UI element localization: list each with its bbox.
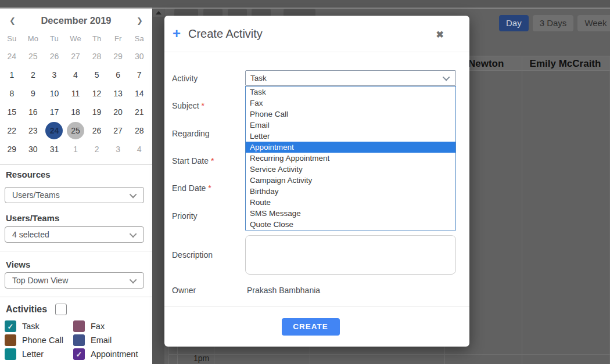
check-icon: ✓ [8, 323, 14, 330]
weekday-label: Sa [128, 33, 150, 45]
letter-checkbox[interactable] [5, 348, 16, 360]
fax-checkbox[interactable] [73, 320, 85, 332]
activity-option[interactable]: Appointment [246, 142, 455, 153]
calendar-day[interactable]: 4 [65, 66, 87, 84]
view-button-week[interactable]: Week [577, 15, 610, 31]
create-button[interactable]: CREATE [282, 318, 340, 336]
calendar-day[interactable]: 30 [23, 140, 44, 158]
calendar-day[interactable]: 27 [65, 47, 87, 66]
calendar-day[interactable]: 3 [44, 66, 65, 84]
field-label-owner: Owner [172, 286, 196, 295]
field-label-activity: Activity [172, 74, 198, 83]
calendar-day[interactable]: 8 [1, 84, 23, 103]
phone-call-checkbox[interactable] [5, 334, 16, 346]
views-select[interactable]: Top Down View [5, 272, 144, 289]
field-label-description: Description [172, 250, 213, 260]
resources-select[interactable]: Users/Teams [5, 187, 144, 203]
activity-option[interactable]: Service Activity [246, 164, 455, 175]
calendar-day[interactable]: 28 [128, 121, 150, 140]
calendar-day[interactable]: 3 [107, 140, 129, 158]
activity-option[interactable]: Birthday [246, 186, 455, 197]
calendar-day[interactable]: 23 [23, 121, 44, 140]
calendar-day[interactable]: 21 [128, 103, 150, 121]
users-teams-select[interactable]: 4 selected [5, 226, 144, 243]
calendar-day[interactable]: 6 [107, 66, 129, 84]
calendar-day[interactable]: 13 [107, 84, 129, 103]
calendar-day[interactable]: 29 [107, 47, 129, 66]
activity-option[interactable]: SMS Message [246, 208, 455, 219]
calendar-day[interactable]: 7 [128, 66, 150, 84]
calendar-day[interactable]: 10 [44, 84, 65, 103]
legend-label: Task [22, 322, 40, 331]
views-label: Views [6, 260, 30, 269]
calendar-day[interactable]: 4 [128, 140, 150, 158]
resource-column-header: Emily McCraith [522, 58, 609, 70]
legend-label: Phone Call [22, 336, 63, 345]
calendar-day[interactable]: 12 [86, 84, 107, 103]
calendar-day[interactable]: 1 [65, 140, 87, 158]
calendar-day[interactable]: 15 [1, 103, 23, 121]
calendar-day[interactable]: 29 [1, 140, 23, 158]
resources-select-value: Users/Teams [12, 190, 60, 200]
activity-option[interactable]: Quote Close [246, 219, 455, 230]
calendar-day[interactable]: 25 [65, 121, 87, 140]
modal-title: Create Activity [188, 27, 263, 41]
mini-calendar-grid: 2425262728293012345678910111213141516171… [1, 47, 150, 158]
activity-type-value: Task [250, 74, 267, 82]
calendar-day[interactable]: 30 [128, 47, 150, 66]
view-button-3-days[interactable]: 3 Days [533, 15, 574, 31]
email-checkbox[interactable] [73, 334, 85, 346]
scrollbar[interactable] [152, 8, 164, 364]
activities-select-all-checkbox[interactable] [55, 304, 67, 315]
activity-option[interactable]: Phone Call [246, 109, 455, 120]
activity-option[interactable]: Recurring Appointment [246, 153, 455, 164]
calendar-day[interactable]: 22 [1, 121, 23, 140]
calendar-day[interactable]: 1 [1, 66, 23, 84]
activity-option[interactable]: Fax [246, 98, 455, 109]
calendar-day[interactable]: 28 [86, 47, 107, 66]
create-activity-modal: + Create Activity ✖ ActivitySubject *Reg… [164, 16, 469, 347]
activity-option[interactable]: Email [246, 120, 455, 131]
calendar-day[interactable]: 27 [107, 121, 129, 140]
next-month-button[interactable]: ❯ [137, 16, 143, 25]
task-checkbox[interactable]: ✓ [5, 320, 16, 332]
activity-option[interactable]: Campaign Activity [246, 175, 455, 186]
activity-type-legend: ✓TaskFaxPhone CallEmailLetter✓Appointmen… [5, 320, 152, 360]
calendar-day[interactable]: 19 [86, 103, 107, 121]
activity-type-select[interactable]: Task [245, 70, 456, 86]
calendar-day[interactable]: 20 [107, 103, 129, 121]
weekday-label: Fr [107, 33, 129, 45]
calendar-day[interactable]: 24 [44, 121, 65, 140]
calendar-day[interactable]: 17 [44, 103, 65, 121]
appointment-checkbox[interactable]: ✓ [73, 348, 85, 360]
calendar-day[interactable]: 31 [44, 140, 65, 158]
calendar-day[interactable]: 11 [65, 84, 87, 103]
calendar-day[interactable]: 5 [86, 66, 107, 84]
weekday-label: Su [1, 33, 23, 45]
calendar-day[interactable]: 26 [86, 121, 107, 140]
calendar-day[interactable]: 2 [23, 66, 44, 84]
chevron-down-icon [130, 276, 137, 283]
modal-header: + Create Activity [164, 16, 469, 52]
calendar-day[interactable]: 2 [86, 140, 107, 158]
grid-line [168, 354, 610, 355]
activity-option[interactable]: Task [246, 87, 455, 98]
grid-line [522, 56, 522, 364]
calendar-day[interactable]: 16 [23, 103, 44, 121]
calendar-day[interactable]: 24 [1, 47, 23, 66]
users-teams-label: Users/Teams [6, 213, 59, 223]
calendar-day[interactable]: 9 [23, 84, 44, 103]
calendar-day[interactable]: 18 [65, 103, 87, 121]
view-button-day[interactable]: Day [499, 15, 529, 31]
divider [0, 297, 152, 297]
field-label-subject: Subject * [172, 101, 204, 110]
calendar-day[interactable]: 25 [23, 47, 44, 66]
calendar-day[interactable]: 26 [44, 47, 65, 66]
prev-month-button[interactable]: ❮ [9, 16, 16, 25]
scroll-up-arrow-icon[interactable] [153, 9, 164, 17]
close-icon[interactable]: ✖ [436, 29, 444, 40]
description-textarea[interactable] [245, 235, 456, 275]
activity-option[interactable]: Letter [246, 131, 455, 142]
calendar-day[interactable]: 14 [128, 84, 150, 103]
activity-option[interactable]: Route [246, 197, 455, 208]
